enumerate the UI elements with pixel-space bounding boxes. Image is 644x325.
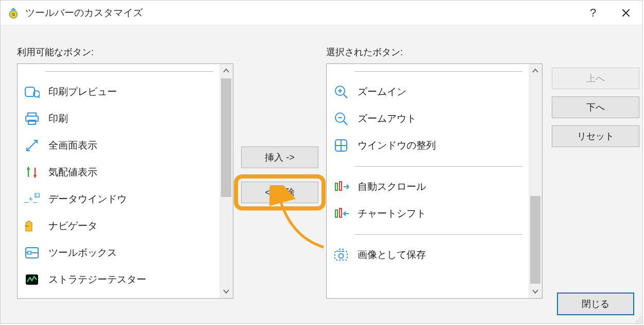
list-item-label: ツールボックス	[48, 246, 117, 259]
list-separator[interactable]	[45, 64, 213, 78]
up-button[interactable]: 上へ	[552, 68, 639, 89]
svg-text:i: i	[36, 193, 37, 198]
list-item[interactable]: ズームイン	[327, 78, 529, 105]
list-item[interactable]: 画像として保存	[327, 241, 529, 268]
insert-button[interactable]: 挿入 ->	[241, 147, 318, 168]
help-button[interactable]: ?	[577, 1, 609, 25]
selected-scrollbar[interactable]	[529, 64, 542, 298]
svg-text:S: S	[12, 12, 15, 17]
list-item-label: データウインドウ	[48, 192, 127, 206]
zoomin-icon	[332, 83, 350, 101]
strategytester-icon	[23, 270, 41, 289]
list-item-label: ズームイン	[358, 85, 406, 99]
list-item-label: 自動スクロール	[358, 180, 426, 193]
titlebar: S ツールバーのカスタマイズ ?	[1, 1, 642, 25]
saveimage-icon	[332, 246, 350, 264]
svg-line-18	[344, 94, 347, 98]
list-item-label: 印刷	[48, 112, 68, 125]
list-item-label: ナビゲータ	[48, 219, 97, 233]
available-list: 印刷プレビュー 印刷 全画面表示	[18, 64, 219, 298]
dialog-body: 利用可能なボタン: 印刷プレビュー	[1, 25, 642, 323]
list-item-label: ウインドウの整列	[358, 139, 436, 152]
app-icon: S	[8, 7, 19, 19]
list-item[interactable]: ナビゲータ	[18, 213, 219, 239]
selected-listbox[interactable]: ズームイン ズームアウト ウインドウの整列	[326, 63, 543, 299]
navigator-icon	[23, 217, 41, 235]
dialog-title: ツールバーのカスタマイズ	[25, 6, 577, 20]
list-item-label: 全画面表示	[48, 139, 97, 152]
list-item-label: 気配値表示	[48, 166, 97, 179]
dialog-window: S ツールバーのカスタマイズ ? 利用可能なボタン: 印刷	[0, 0, 643, 324]
scroll-up-icon[interactable]	[529, 64, 542, 77]
scroll-up-icon[interactable]	[219, 64, 233, 77]
selected-list: ズームイン ズームアウト ウインドウの整列	[327, 64, 529, 298]
available-listbox[interactable]: 印刷プレビュー 印刷 全画面表示	[17, 63, 233, 299]
close-button[interactable]: 閉じる	[557, 293, 634, 315]
scroll-thumb[interactable]	[221, 78, 231, 197]
svg-line-22	[344, 121, 347, 125]
list-item[interactable]: 印刷プレビュー	[18, 78, 219, 105]
svg-line-4	[38, 96, 40, 98]
list-item[interactable]: _+_i データウインドウ	[18, 186, 219, 213]
list-item-label: 画像として保存	[358, 248, 426, 262]
svg-line-8	[27, 140, 37, 151]
scroll-thumb[interactable]	[530, 196, 540, 284]
marketwatch-icon	[23, 163, 41, 182]
window-close-button[interactable]	[609, 1, 642, 25]
scroll-down-icon[interactable]	[219, 285, 233, 298]
print-icon	[23, 109, 41, 128]
resize-grip[interactable]	[633, 314, 642, 323]
remove-button[interactable]: <- 削除	[241, 182, 318, 203]
scroll-down-icon[interactable]	[529, 285, 542, 298]
svg-rect-27	[335, 183, 337, 190]
list-separator[interactable]	[354, 64, 522, 78]
tilewindows-icon	[332, 136, 350, 155]
list-item[interactable]: ツールボックス	[18, 239, 219, 266]
list-item[interactable]: 気配値表示	[18, 159, 219, 186]
list-item-label: ストラテジーテスター	[48, 273, 146, 286]
selected-label: 選択されたボタン:	[326, 46, 543, 58]
svg-line-36	[640, 321, 642, 323]
list-item[interactable]: ウインドウの整列	[327, 132, 529, 159]
reset-button[interactable]: リセット	[552, 125, 639, 147]
list-item[interactable]: 全画面表示	[18, 132, 219, 159]
svg-rect-28	[340, 182, 342, 190]
svg-point-32	[339, 254, 344, 258]
autoscroll-icon	[332, 177, 350, 196]
list-item[interactable]: ストラテジーテスター	[18, 266, 219, 293]
datawindow-icon: _+_i	[23, 190, 41, 208]
svg-rect-30	[340, 208, 342, 217]
list-item[interactable]: ズームアウト	[327, 105, 529, 132]
list-item[interactable]: 印刷	[18, 105, 219, 132]
list-item-label: ズームアウト	[358, 112, 416, 125]
svg-rect-15	[28, 251, 31, 254]
list-separator[interactable]	[354, 227, 522, 241]
zoomout-icon	[332, 109, 350, 128]
fullscreen-icon	[23, 136, 41, 155]
down-button[interactable]: 下へ	[552, 96, 639, 118]
toolbox-icon	[23, 243, 41, 262]
list-item-label: チャートシフト	[358, 207, 426, 220]
svg-rect-29	[335, 210, 337, 217]
list-separator[interactable]	[354, 159, 522, 173]
available-label: 利用可能なボタン:	[17, 46, 233, 58]
print-preview-icon	[23, 83, 41, 101]
list-item[interactable]: 自動スクロール	[327, 173, 529, 200]
available-scrollbar[interactable]	[219, 64, 233, 298]
list-item-label: 印刷プレビュー	[48, 85, 117, 99]
chartshift-icon	[332, 204, 350, 223]
svg-rect-2	[25, 87, 35, 96]
list-item[interactable]: チャートシフト	[327, 200, 529, 227]
